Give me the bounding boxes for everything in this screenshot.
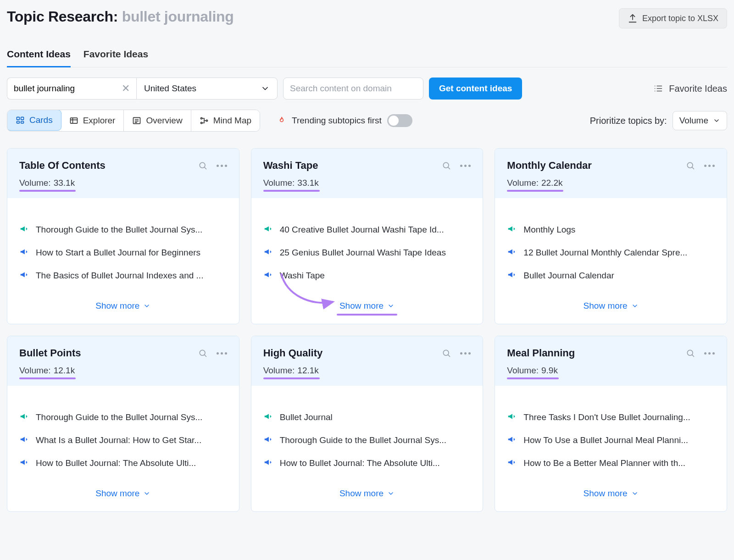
- export-xlsx-button[interactable]: Export topic to XLSX: [619, 8, 727, 28]
- more-icon[interactable]: [704, 352, 715, 355]
- page-title-topic: bullet journaling: [122, 8, 234, 25]
- show-more-text: Show more: [584, 301, 628, 311]
- megaphone-icon: [507, 457, 517, 469]
- more-icon[interactable]: [217, 165, 227, 167]
- idea-item[interactable]: How to Bullet Journal: The Absolute Ulti…: [19, 457, 227, 469]
- topic-card-header: Bullet PointsVolume:12.1k: [7, 336, 239, 386]
- search-icon[interactable]: [442, 161, 451, 170]
- topic-card-body: 40 Creative Bullet Journal Washi Tape Id…: [251, 198, 483, 293]
- megaphone-icon: [263, 411, 273, 423]
- topic-card-title: High Quality: [263, 347, 323, 359]
- idea-text: How to Bullet Journal: The Absolute Ulti…: [280, 458, 440, 468]
- more-icon[interactable]: [217, 352, 227, 355]
- view-overview-label: Overview: [146, 116, 182, 126]
- domain-search-input[interactable]: [283, 78, 423, 100]
- idea-item[interactable]: How to Start a Bullet Journal for Beginn…: [19, 247, 227, 259]
- more-icon[interactable]: [460, 352, 471, 355]
- topic-card: Washi TapeVolume:33.1k40 Creative Bullet…: [251, 148, 484, 324]
- megaphone-icon: [507, 270, 517, 282]
- idea-item[interactable]: The Basics of Bullet Journal Indexes and…: [19, 270, 227, 282]
- volume-label: Volume:: [263, 178, 295, 188]
- show-more-link[interactable]: Show more: [95, 301, 150, 311]
- idea-item[interactable]: 12 Bullet Journal Monthly Calendar Spre.…: [507, 247, 715, 259]
- show-more-link[interactable]: Show more: [339, 301, 395, 311]
- topic-card-title: Monthly Calendar: [507, 160, 592, 172]
- show-more-link[interactable]: Show more: [95, 488, 150, 499]
- search-icon[interactable]: [198, 161, 207, 170]
- idea-item[interactable]: Bullet Journal: [263, 411, 471, 423]
- idea-item[interactable]: Thorough Guide to the Bullet Journal Sys…: [19, 224, 227, 236]
- more-icon[interactable]: [460, 165, 471, 167]
- card-actions: [686, 161, 715, 170]
- list-icon: [653, 83, 663, 94]
- show-more-link[interactable]: Show more: [339, 488, 395, 499]
- card-actions: [442, 349, 471, 358]
- get-content-ideas-button[interactable]: Get content ideas: [429, 78, 522, 100]
- topic-card-title: Meal Planning: [507, 347, 575, 359]
- view-cards-label: Cards: [29, 115, 53, 125]
- idea-text: 40 Creative Bullet Journal Washi Tape Id…: [280, 225, 444, 235]
- volume-badge: Volume:9.9k: [507, 366, 558, 376]
- prioritize-select[interactable]: Volume: [673, 111, 727, 130]
- idea-item[interactable]: Thorough Guide to the Bullet Journal Sys…: [19, 411, 227, 423]
- volume-label: Volume:: [19, 178, 51, 188]
- view-mindmap-label: Mind Map: [213, 116, 251, 126]
- show-more-row: Show more: [251, 293, 483, 324]
- megaphone-icon: [19, 434, 29, 446]
- card-actions: [198, 161, 227, 170]
- idea-item[interactable]: 25 Genius Bullet Journal Washi Tape Idea…: [263, 247, 471, 259]
- idea-text: How To Use a Bullet Journal Meal Planni.…: [523, 435, 688, 445]
- chevron-down-icon: [631, 490, 639, 497]
- idea-item[interactable]: How To Use a Bullet Journal Meal Planni.…: [507, 434, 715, 446]
- topic-card-body: Bullet JournalThorough Guide to the Bull…: [251, 386, 483, 480]
- megaphone-icon: [19, 457, 29, 469]
- idea-text: Thorough Guide to the Bullet Journal Sys…: [36, 225, 202, 235]
- card-actions: [198, 349, 227, 358]
- megaphone-icon: [507, 224, 517, 236]
- idea-text: 12 Bullet Journal Monthly Calendar Spre.…: [523, 248, 687, 258]
- idea-text: The Basics of Bullet Journal Indexes and…: [36, 271, 203, 281]
- show-more-link[interactable]: Show more: [584, 488, 639, 499]
- idea-item[interactable]: 40 Creative Bullet Journal Washi Tape Id…: [263, 224, 471, 236]
- idea-item[interactable]: How to Be a Better Meal Planner with th.…: [507, 457, 715, 469]
- idea-item[interactable]: Washi Tape: [263, 270, 471, 282]
- clear-topic-icon[interactable]: ✕: [122, 83, 130, 94]
- topic-card: Bullet PointsVolume:12.1kThorough Guide …: [7, 336, 239, 512]
- topic-card-title: Washi Tape: [263, 160, 318, 172]
- idea-text: Bullet Journal: [280, 412, 333, 422]
- idea-item[interactable]: Thorough Guide to the Bullet Journal Sys…: [263, 434, 471, 446]
- trending-toggle-group: Trending subtopics first: [277, 114, 412, 127]
- tab-favorite-ideas[interactable]: Favorite Ideas: [83, 49, 148, 67]
- view-mode-group: Cards Explorer Overview Mind Map: [7, 110, 260, 132]
- topic-card-title: Table Of Contents: [19, 160, 106, 172]
- idea-item[interactable]: How to Bullet Journal: The Absolute Ulti…: [263, 457, 471, 469]
- trending-toggle[interactable]: [387, 114, 412, 127]
- flame-icon: [277, 116, 286, 125]
- view-overview-button[interactable]: Overview: [124, 110, 191, 131]
- more-icon[interactable]: [704, 165, 715, 167]
- idea-item[interactable]: What Is a Bullet Journal: How to Get Sta…: [19, 434, 227, 446]
- idea-item[interactable]: Monthly Logs: [507, 224, 715, 236]
- megaphone-icon: [263, 247, 273, 259]
- view-mindmap-button[interactable]: Mind Map: [191, 110, 260, 131]
- megaphone-icon: [19, 411, 29, 423]
- annotation-underline: [337, 314, 397, 316]
- volume-value: 33.1k: [54, 178, 75, 188]
- show-more-link[interactable]: Show more: [584, 301, 639, 311]
- search-icon[interactable]: [686, 161, 695, 170]
- favorite-ideas-link[interactable]: Favorite Ideas: [653, 83, 727, 94]
- annotation-underline: [19, 377, 76, 379]
- volume-badge: Volume:12.1k: [263, 366, 319, 376]
- idea-item[interactable]: Bullet Journal Calendar: [507, 270, 715, 282]
- idea-item[interactable]: Three Tasks I Don't Use Bullet Journalin…: [507, 411, 715, 423]
- megaphone-icon: [507, 247, 517, 259]
- search-icon[interactable]: [686, 349, 695, 358]
- view-cards-button[interactable]: Cards: [7, 110, 61, 131]
- country-select[interactable]: United States: [136, 78, 278, 100]
- search-icon[interactable]: [198, 349, 207, 358]
- megaphone-icon: [263, 270, 273, 282]
- view-explorer-button[interactable]: Explorer: [61, 110, 124, 131]
- tab-content-ideas[interactable]: Content Ideas: [7, 49, 71, 67]
- topic-input[interactable]: [7, 78, 136, 100]
- search-icon[interactable]: [442, 349, 451, 358]
